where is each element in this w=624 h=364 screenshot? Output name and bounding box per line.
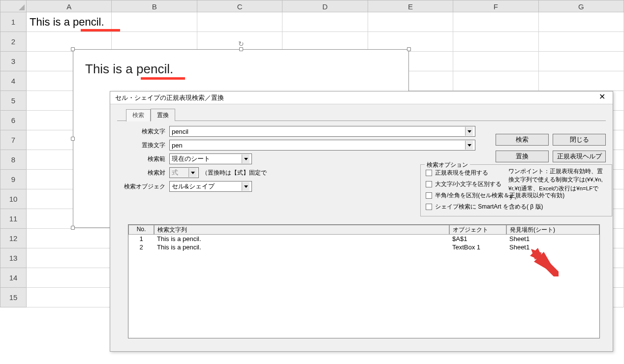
search-range-combo[interactable]: 現在のシート bbox=[169, 153, 252, 164]
search-target-combo: 式 bbox=[169, 167, 199, 178]
results-header-location[interactable]: 発見場所(シート) bbox=[506, 225, 599, 235]
row-header-4[interactable]: 4 bbox=[0, 71, 27, 91]
cell[interactable] bbox=[453, 32, 538, 52]
row-header-13[interactable]: 13 bbox=[0, 248, 27, 268]
tab-replace[interactable]: 置換 bbox=[151, 109, 175, 121]
row-header-14[interactable]: 14 bbox=[0, 268, 27, 288]
cell[interactable] bbox=[539, 52, 624, 71]
cell[interactable] bbox=[197, 12, 282, 32]
search-target-label: 検索対 bbox=[120, 169, 169, 177]
result-no: 2 bbox=[128, 243, 154, 251]
cell[interactable] bbox=[112, 32, 197, 52]
col-header-e[interactable]: E bbox=[368, 0, 453, 12]
options-group-title: 検索オプション bbox=[425, 161, 470, 169]
checkbox-half-full[interactable] bbox=[426, 192, 432, 199]
checkbox-use-regex[interactable] bbox=[426, 170, 432, 176]
dialog-titlebar[interactable]: セル・シェイプの正規表現検索／置換 ✕ bbox=[110, 91, 613, 104]
col-header-c[interactable]: C bbox=[197, 0, 282, 12]
dropdown-icon[interactable] bbox=[242, 154, 250, 163]
cell[interactable] bbox=[368, 12, 453, 32]
row-header-11[interactable]: 11 bbox=[0, 209, 27, 229]
row-header-15[interactable]: 15 bbox=[0, 288, 27, 307]
result-location: Sheet1 bbox=[506, 235, 599, 243]
col-header-a[interactable]: A bbox=[27, 0, 112, 12]
search-target-value: 式 bbox=[172, 168, 178, 177]
col-header-b[interactable]: B bbox=[112, 0, 197, 12]
row-header-9[interactable]: 9 bbox=[0, 170, 27, 189]
row-header-7[interactable]: 7 bbox=[0, 130, 27, 150]
close-icon[interactable]: ✕ bbox=[593, 92, 611, 103]
col-header-f[interactable]: F bbox=[453, 0, 538, 12]
cell[interactable] bbox=[539, 71, 624, 91]
col-header-d[interactable]: D bbox=[282, 0, 368, 12]
search-string-label: 検索文字 bbox=[120, 127, 169, 136]
close-button[interactable]: 閉じる bbox=[553, 134, 606, 146]
row-header-8[interactable]: 8 bbox=[0, 150, 27, 170]
resize-handle[interactable] bbox=[71, 137, 75, 141]
search-target-note: （置換時は【式】固定で bbox=[202, 169, 267, 177]
resize-handle[interactable] bbox=[71, 226, 75, 230]
dropdown-icon[interactable] bbox=[465, 127, 473, 136]
regex-help-button[interactable]: 正規表現ヘルプ bbox=[553, 151, 606, 162]
results-header-no[interactable]: No. bbox=[128, 225, 154, 235]
regex-search-replace-dialog: セル・シェイプの正規表現検索／置換 ✕ 検索 置換 検索文字 pencil 置換… bbox=[110, 91, 613, 352]
tab-search[interactable]: 検索 bbox=[126, 109, 151, 121]
search-range-label: 検索範 bbox=[120, 155, 169, 163]
cell[interactable] bbox=[27, 288, 112, 307]
replace-button[interactable]: 置換 bbox=[496, 151, 549, 162]
annotation-arrow-icon bbox=[529, 247, 559, 276]
row-header-1[interactable]: 1 bbox=[0, 12, 27, 32]
search-string-input[interactable]: pencil bbox=[169, 126, 475, 137]
cell[interactable] bbox=[282, 12, 368, 32]
cell[interactable] bbox=[27, 32, 112, 52]
cell[interactable] bbox=[453, 52, 538, 71]
search-object-label: 検索オブジェク bbox=[120, 182, 169, 191]
row-header-12[interactable]: 12 bbox=[0, 229, 27, 248]
row-header-10[interactable]: 10 bbox=[0, 189, 27, 209]
row-header-3[interactable]: 3 bbox=[0, 52, 27, 71]
dropdown-icon[interactable] bbox=[465, 141, 473, 150]
column-header-row: A B C D E F G bbox=[0, 0, 624, 12]
include-smartart-label: シェイプ検索に SmartArt を含める( β 版) bbox=[435, 203, 543, 211]
replace-string-label: 置換文字 bbox=[120, 141, 169, 150]
spellcheck-underline bbox=[81, 29, 120, 31]
row-header-2[interactable]: 2 bbox=[0, 32, 27, 52]
rotate-handle-icon[interactable]: ↻ bbox=[237, 40, 245, 48]
cell[interactable] bbox=[112, 12, 197, 32]
cell[interactable] bbox=[282, 32, 368, 52]
cell[interactable] bbox=[27, 248, 112, 268]
search-button[interactable]: 検索 bbox=[496, 134, 549, 146]
cell[interactable] bbox=[27, 268, 112, 288]
textbox-text[interactable]: This is a pencil. bbox=[73, 50, 408, 89]
cell[interactable] bbox=[539, 32, 624, 52]
search-string-value: pencil bbox=[172, 128, 188, 135]
replace-string-input[interactable]: pen bbox=[169, 140, 475, 151]
row-header-5[interactable]: 5 bbox=[0, 91, 27, 111]
result-text: This is a pencil. bbox=[154, 243, 449, 251]
cell[interactable] bbox=[27, 229, 112, 248]
select-all-corner[interactable] bbox=[0, 0, 27, 12]
col-header-g[interactable]: G bbox=[539, 0, 624, 12]
cell-a1[interactable]: This is a pencil. bbox=[27, 12, 112, 32]
row-header-6[interactable]: 6 bbox=[0, 111, 27, 130]
results-header-text[interactable]: 検索文字列 bbox=[154, 225, 449, 235]
dialog-title: セル・シェイプの正規表現検索／置換 bbox=[115, 93, 224, 102]
result-no: 1 bbox=[128, 235, 154, 243]
results-list[interactable]: No. 検索文字列 オブジェクト 発見場所(シート) 1 This is a p… bbox=[128, 224, 600, 338]
hint-text: ワンポイント：正規表現有効時、置換文字列で使える制御文字は(¥¥,¥n,¥r,¥… bbox=[508, 167, 606, 201]
dropdown-icon[interactable] bbox=[242, 182, 250, 191]
cell[interactable] bbox=[453, 71, 538, 91]
spellcheck-underline bbox=[141, 77, 185, 80]
result-text: This is a pencil. bbox=[154, 235, 449, 243]
replace-string-value: pen bbox=[172, 142, 183, 149]
search-object-value: セル&シェイプ bbox=[172, 182, 215, 191]
checkbox-include-smartart[interactable] bbox=[426, 204, 432, 210]
result-object: TextBox 1 bbox=[449, 243, 506, 251]
checkbox-case-sensitive[interactable] bbox=[426, 181, 432, 187]
cell[interactable] bbox=[539, 12, 624, 32]
results-row[interactable]: 1 This is a pencil. $A$1 Sheet1 bbox=[128, 235, 599, 243]
case-sensitive-label: 大文字/小文字を区別する bbox=[435, 180, 501, 188]
results-header-object[interactable]: オブジェクト bbox=[449, 225, 506, 235]
search-object-combo[interactable]: セル&シェイプ bbox=[169, 181, 252, 192]
cell[interactable] bbox=[453, 12, 538, 32]
